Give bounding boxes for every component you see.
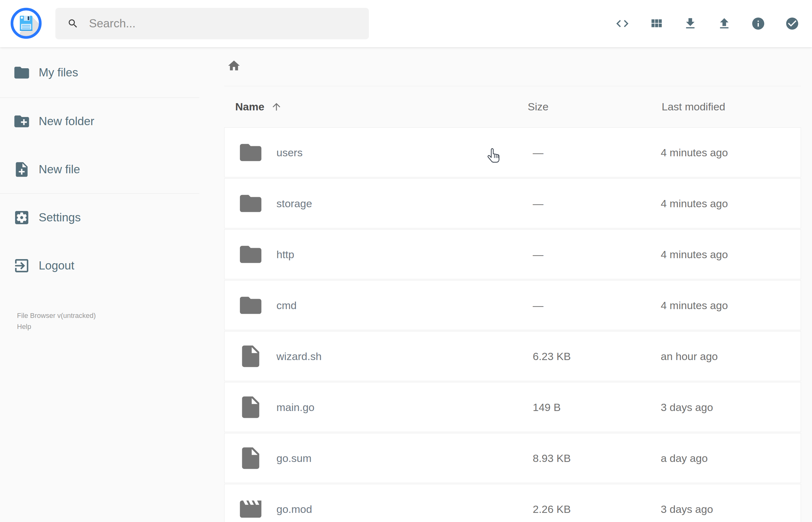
sidebar-item-settings[interactable]: Settings [0,203,199,232]
new-file-icon [13,161,31,178]
file-modified: 4 minutes ago [661,197,728,209]
modified-column-label: Last modified [662,101,725,113]
select-multiple-icon[interactable] [785,16,799,31]
movie-icon [238,496,264,522]
file-row[interactable]: go.sum 8.93 KB a day ago [224,433,801,483]
sort-by-size-header[interactable]: Size [528,101,548,113]
file-name: storage [277,197,312,209]
code-icon[interactable] [615,16,630,31]
sort-by-name-header[interactable]: Name [235,101,282,113]
file-modified: a day ago [661,452,708,464]
breadcrumb[interactable] [227,59,241,73]
file-modified: 4 minutes ago [661,248,728,260]
folder-icon [238,190,264,216]
download-icon[interactable] [683,16,697,31]
sidebar-item-new-file[interactable]: New file [0,155,199,184]
size-column-label: Size [528,101,548,113]
file-name: users [277,146,303,159]
file-icon [238,343,264,369]
sidebar-credits: File Browser v(untracked) Help [17,310,96,332]
sidebar-item-my-files[interactable]: My files [0,59,199,87]
search-input[interactable] [55,8,369,39]
file-size: — [533,299,544,311]
file-size: — [533,197,544,209]
folder-icon [238,140,264,165]
folder-icon [13,64,31,81]
logout-icon [13,257,31,275]
file-row[interactable]: storage — 4 minutes ago [224,178,801,228]
file-name: wizard.sh [277,350,322,362]
file-modified: 4 minutes ago [661,299,728,311]
view-module-icon[interactable] [649,16,664,31]
file-row[interactable]: users — 4 minutes ago [224,127,801,177]
info-icon[interactable] [751,16,766,31]
sidebar-item-logout[interactable]: Logout [0,252,199,280]
home-icon [227,59,241,73]
sort-by-modified-header[interactable]: Last modified [662,101,725,113]
sidebar-item-new-folder[interactable]: New folder [0,107,199,136]
folder-icon [238,293,264,318]
floppy-logo-icon [11,7,42,39]
file-row[interactable]: main.go 149 B 3 days ago [224,382,801,432]
file-size: 149 B [533,401,561,413]
file-icon [238,445,264,471]
new-folder-icon [13,113,31,130]
header-toolbar [615,0,799,47]
top-bar [0,0,812,47]
column-headers: Name Size Last modified [224,86,801,127]
sidebar-item-label: New file [39,163,80,176]
file-modified: an hour ago [661,350,718,362]
file-rows: users — 4 minutes ago storage — 4 minute… [224,127,801,522]
file-name: cmd [277,299,297,311]
file-size: — [533,248,544,260]
file-size: 2.26 KB [533,503,571,515]
sidebar-item-label: New folder [39,115,94,128]
file-size: 6.23 KB [533,350,571,362]
file-name: go.mod [277,503,312,515]
file-row[interactable]: cmd — 4 minutes ago [224,280,801,330]
app-logo[interactable] [11,7,42,39]
file-row[interactable]: go.mod 2.26 KB 3 days ago [224,484,801,522]
sidebar-item-label: Logout [39,259,74,272]
file-name: main.go [277,401,314,413]
file-name: http [277,248,295,260]
sidebar-item-label: My files [39,66,78,79]
sort-ascending-icon [271,101,282,112]
file-row[interactable]: wizard.sh 6.23 KB an hour ago [224,331,801,381]
folder-icon [238,241,264,267]
version-link[interactable]: File Browser v(untracked) [17,310,96,321]
search-bar [55,8,369,39]
file-modified: 3 days ago [661,401,713,413]
file-modified: 3 days ago [661,503,713,515]
sidebar-divider [0,98,199,98]
file-modified: 4 minutes ago [661,146,728,159]
name-column-label: Name [235,101,264,113]
upload-icon[interactable] [717,16,731,31]
help-link[interactable]: Help [17,321,96,332]
file-listing: Name Size Last modified users — 4 minute… [224,47,801,522]
sidebar-item-label: Settings [39,211,81,224]
sidebar: My files New folder New file Settings Lo… [0,47,199,522]
file-name: go.sum [277,452,312,464]
file-icon [238,394,264,420]
settings-icon [13,209,31,226]
file-size: 8.93 KB [533,452,571,464]
file-row[interactable]: http — 4 minutes ago [224,229,801,279]
file-size: — [533,146,544,159]
